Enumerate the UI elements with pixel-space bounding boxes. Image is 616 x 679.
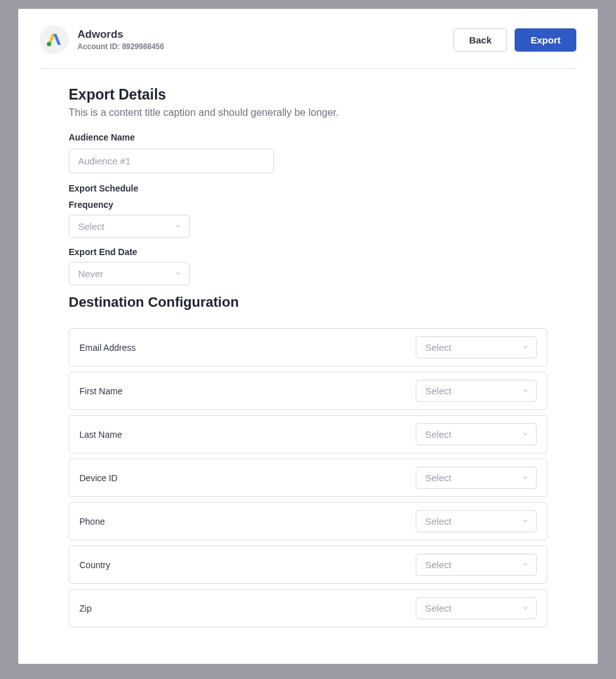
- mapping-select-first-name[interactable]: Select: [416, 380, 537, 402]
- mapping-row-zip: Zip Select: [69, 589, 547, 627]
- mapping-row-country: Country Select: [69, 545, 547, 584]
- export-schedule-label: Export Schedule: [69, 183, 547, 193]
- mapping-select-phone[interactable]: Select: [416, 510, 537, 532]
- header-actions: Back Export: [453, 28, 576, 52]
- mapping-row-email: Email Address Select: [69, 328, 547, 367]
- end-date-select-wrap: Never: [69, 262, 190, 285]
- mapping-select-device-id[interactable]: Select: [416, 467, 537, 489]
- mapping-row-phone: Phone Select: [69, 502, 547, 540]
- mapping-row-device-id: Device ID Select: [69, 459, 547, 497]
- end-date-label: Export End Date: [69, 247, 547, 257]
- export-button[interactable]: Export: [515, 28, 576, 52]
- destination-config-title: Destination Configuration: [69, 294, 547, 311]
- mapping-select-last-name[interactable]: Select: [416, 423, 537, 445]
- mapping-select-zip[interactable]: Select: [416, 597, 537, 619]
- mapping-row-last-name: Last Name Select: [69, 415, 547, 454]
- svg-point-0: [47, 42, 51, 47]
- app-title: Adwords: [77, 28, 164, 41]
- mapping-label: First Name: [79, 386, 122, 396]
- end-date-select[interactable]: Never: [69, 262, 190, 285]
- adwords-logo-icon: [40, 25, 69, 54]
- modal-header: Adwords Account ID: 8929988456 Back Expo…: [40, 25, 576, 69]
- mapping-select-country[interactable]: Select: [416, 554, 537, 576]
- account-id-label: Account ID: 8929988456: [77, 42, 164, 51]
- export-details-caption: This is a content title caption and shou…: [69, 107, 547, 118]
- export-details-title: Export Details: [69, 86, 547, 103]
- frequency-select-wrap: Select: [69, 215, 190, 238]
- mapping-label: Email Address: [79, 343, 135, 353]
- back-button[interactable]: Back: [453, 28, 508, 52]
- audience-name-label: Audience Name: [69, 132, 547, 142]
- modal-body: Export Details This is a content title c…: [40, 69, 576, 639]
- mapping-select-email[interactable]: Select: [416, 336, 537, 358]
- export-modal: Adwords Account ID: 8929988456 Back Expo…: [18, 9, 598, 664]
- audience-name-input[interactable]: [69, 149, 274, 173]
- frequency-select[interactable]: Select: [69, 215, 190, 238]
- mapping-row-first-name: First Name Select: [69, 372, 547, 410]
- mapping-label: Phone: [79, 516, 105, 527]
- mapping-label: Last Name: [79, 430, 122, 440]
- brand-text: Adwords Account ID: 8929988456: [77, 28, 164, 51]
- mapping-label: Device ID: [79, 473, 118, 483]
- brand-block: Adwords Account ID: 8929988456: [40, 25, 164, 54]
- mapping-label: Country: [79, 560, 110, 570]
- mapping-label: Zip: [79, 603, 91, 613]
- frequency-label: Frequency: [69, 200, 547, 210]
